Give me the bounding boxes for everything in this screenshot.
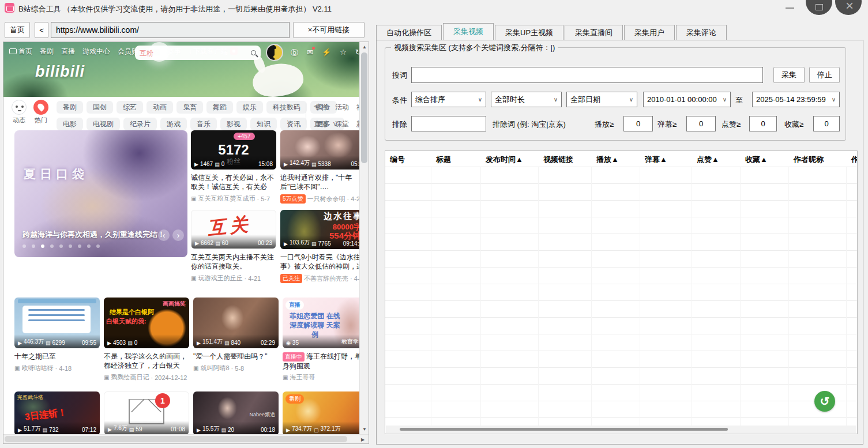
vip-icon[interactable]: ⓑ — [291, 48, 298, 58]
nav-home[interactable]: 首页 — [9, 47, 32, 57]
col-link[interactable]: 视频链接 — [539, 151, 592, 167]
scrollbar-thumb[interactable] — [361, 52, 367, 163]
video-card[interactable]: 互关 ▶6662▤6000:23 互关互关两天内主播不关注你的话直接取关。 ▣玩… — [191, 210, 276, 283]
video-title[interactable]: 诚信互关，有关必回，永不取关！诚信互关，有关必回，互粉… — [191, 173, 276, 191]
col-like[interactable]: 点赞▲ — [692, 151, 741, 167]
stop-button[interactable]: 停止 — [809, 67, 840, 83]
video-title[interactable]: 不是，我学这么久的画画，都经济独立了，才白银天赋？？？？ — [104, 352, 189, 370]
col-author[interactable]: 作者昵称 — [789, 151, 847, 167]
link-activity[interactable]: 活动 — [335, 103, 349, 112]
carousel-dot[interactable] — [32, 244, 35, 248]
cat-entertainment[interactable]: 娱乐 — [236, 101, 263, 114]
live-card[interactable]: 直播 菲姐恋爱团 在线深度解读聊 天案例 ◉35教育学习 直播中海王在线打野，单… — [283, 298, 359, 382]
bilibili-search-input[interactable] — [140, 49, 251, 57]
cat-game[interactable]: 游戏 — [160, 118, 187, 130]
video-card[interactable]: +457 5172 粉丝 ▶1467▤015:08 诚信互关，有关必回，永不取关… — [191, 130, 276, 203]
keyword-input[interactable] — [411, 67, 763, 83]
video-title[interactable]: "爱一个人需要理由吗？" — [193, 352, 279, 361]
exclude-input[interactable] — [411, 116, 486, 131]
nav-bangumi[interactable]: 番剧 — [40, 47, 54, 57]
video-card[interactable]: ▶142.4万▤533805:2 追我时通宵双排，"十年后"已读不回"…. 5万… — [280, 130, 359, 204]
col-author-uid[interactable]: 作者UID — [847, 151, 858, 167]
video-card[interactable]: 边水往事 80000字 554分钟 ▶103.6万▤776509:14:1 一口… — [280, 210, 359, 283]
close-button[interactable]: × — [846, 0, 854, 14]
date-from-picker[interactable]: 2010-01-01 00:00:00∨ — [643, 92, 731, 107]
carousel-dot[interactable] — [22, 244, 26, 248]
author[interactable]: 就叫阿晴8 — [200, 364, 229, 372]
live-title[interactable]: 直播中海王在线打野，单身狗围观 — [283, 352, 359, 370]
author[interactable]: 玩游戏王的丘丘 — [198, 274, 242, 283]
min-like-input[interactable] — [749, 116, 777, 131]
history-icon[interactable]: ↻ — [355, 48, 359, 58]
back-button[interactable]: < — [35, 22, 48, 38]
cat-news[interactable]: 资讯 — [280, 118, 307, 130]
cat-guochuang[interactable]: 国创 — [87, 101, 113, 114]
favorites-icon[interactable]: ☆ — [340, 48, 347, 58]
tab-collect-live[interactable]: 采集直播间 — [565, 25, 623, 40]
video-card[interactable]: ▶151.4万▤84002:29 "爱一个人需要理由吗？" ▣就叫阿晴85-8 — [193, 298, 279, 372]
refresh-button[interactable]: ↺ — [814, 391, 835, 412]
scroll-down-icon[interactable]: ▼ — [360, 427, 369, 432]
carousel-prev-button[interactable]: ‹ — [158, 229, 170, 241]
link-class[interactable]: 课堂 — [335, 119, 349, 129]
carousel-dot[interactable] — [59, 244, 63, 248]
video-title[interactable]: 十年之期已至 — [14, 352, 100, 361]
col-index[interactable]: 编号 — [385, 151, 431, 167]
tab-collect-video[interactable]: 采集视频 — [443, 23, 494, 40]
author[interactable]: 不善言辞的壳壳 — [304, 274, 348, 283]
cat-documentary[interactable]: 纪录片 — [123, 118, 157, 130]
cat-cinephile[interactable]: 影视 — [220, 118, 247, 130]
cat-knowledge[interactable]: 知识 — [250, 118, 277, 130]
col-play[interactable]: 播放▲ — [592, 151, 640, 167]
min-fav-input[interactable] — [813, 116, 840, 131]
url-input[interactable] — [51, 22, 290, 38]
cat-movie[interactable]: 电影 — [57, 118, 83, 130]
video-title[interactable]: 互关互关两天内主播不关注你的话直接取关。 — [191, 253, 276, 271]
hot-entry[interactable]: 热门 — [32, 100, 50, 125]
scrollbar-thumb[interactable] — [400, 428, 728, 431]
min-play-input[interactable] — [623, 116, 653, 131]
collect-button[interactable]: 采集 — [773, 67, 805, 83]
video-card[interactable]: Nabee频道 ▶15.5万▤2000:18 — [193, 391, 279, 434]
author[interactable]: 互关互粉互赞互成币 — [198, 194, 255, 203]
maximize-button[interactable] — [816, 4, 823, 10]
duration-select[interactable]: 全部时长∨ — [491, 92, 562, 107]
search-icon[interactable] — [251, 50, 256, 55]
video-card[interactable]: 1 ▶7.6万▤5901:08 — [104, 391, 189, 434]
tab-automation[interactable]: 自动化操作区 — [376, 25, 442, 40]
cat-tech[interactable]: 科技数码 — [266, 101, 307, 114]
col-title[interactable]: 标题 — [431, 151, 481, 167]
col-pubtime[interactable]: 发布时间▲ — [481, 151, 539, 167]
video-title[interactable]: 一口气9小时看完《边水往事》被大众低估的神剧，这应该是… — [280, 253, 359, 271]
video-title[interactable]: 追我时通宵双排，"十年后"已读不回"…. — [280, 173, 359, 191]
min-danmaku-input[interactable] — [686, 116, 716, 131]
nav-game-center[interactable]: 游戏中心 — [82, 47, 110, 57]
video-card[interactable]: ▶446.3万▤629909:55 十年之期已至 ▣欧呀咕咕犽4-18 — [14, 298, 100, 372]
cat-tv[interactable]: 电视剧 — [87, 118, 120, 130]
carousel-dot-active[interactable] — [41, 244, 44, 248]
cat-guichu[interactable]: 鬼畜 — [176, 101, 203, 114]
col-danmaku[interactable]: 弹幕▲ — [640, 151, 692, 167]
carousel-dot[interactable] — [50, 244, 54, 248]
tab-collect-users[interactable]: 采集用户 — [624, 25, 675, 40]
cat-music[interactable]: 音乐 — [190, 118, 217, 130]
video-card[interactable]: 画画搞笑 结果是个白银阿 白银天赋的我: ▶4503▤0 不是，我学这么久的画画… — [104, 298, 189, 382]
cat-bangumi[interactable]: 番剧 — [57, 101, 83, 114]
message-icon[interactable]: ✉ — [307, 48, 313, 58]
link-column[interactable]: 专栏 — [314, 103, 328, 112]
link-live[interactable]: 直播 — [314, 119, 328, 129]
nav-live[interactable]: 直播 — [61, 47, 75, 57]
date-to-picker[interactable]: 2025-05-14 23:59:59∨ — [752, 92, 840, 107]
carousel[interactable]: 夏日口袋 跨越海洋与你再次相遇，久别重逢线完结！ ‹ › — [14, 130, 187, 257]
col-fav[interactable]: 收藏▲ — [741, 151, 789, 167]
author[interactable]: 鹦鹦绘画日记 — [111, 373, 149, 382]
scroll-up-icon[interactable]: ▲ — [360, 44, 369, 50]
browser-horizontal-scrollbar[interactable]: ▶ — [3, 434, 369, 443]
browser-vertical-scrollbar[interactable]: ▲ ▼ — [359, 42, 369, 434]
scrollbar-thumb[interactable] — [5, 436, 347, 442]
invalid-link-button[interactable]: ×不可用链接 — [293, 22, 365, 38]
tab-collect-up-videos[interactable]: 采集UP主视频 — [495, 25, 563, 40]
author[interactable]: 欧呀咕咕犽 — [21, 364, 53, 372]
cat-animation[interactable]: 动画 — [146, 101, 173, 114]
bilibili-logo[interactable]: bilibili — [35, 63, 85, 81]
